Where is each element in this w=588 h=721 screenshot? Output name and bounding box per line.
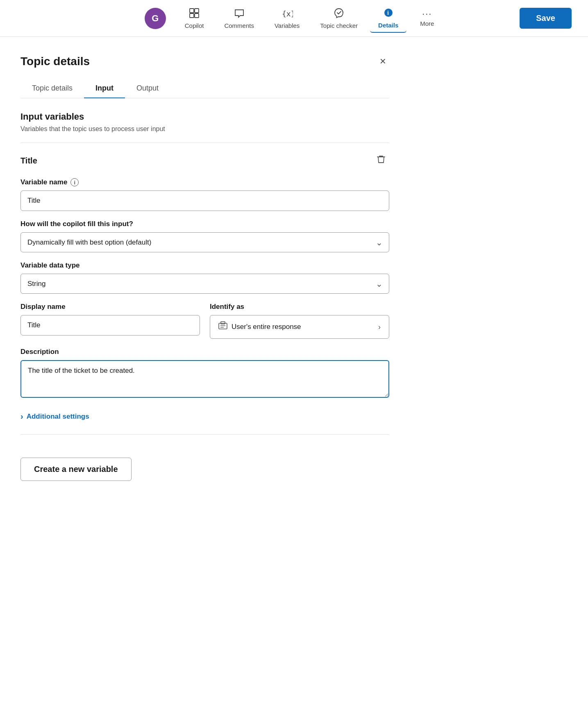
svg-text:{x}: {x} [282, 9, 293, 18]
copilot-icon [188, 7, 200, 20]
comments-label: Comments [224, 22, 254, 29]
tab-topic-details[interactable]: Topic details [20, 79, 84, 98]
variable-name-info-icon[interactable]: i [70, 178, 79, 186]
data-type-label: Variable data type [20, 261, 389, 270]
svg-rect-1 [195, 9, 199, 13]
svg-text:i: i [387, 10, 389, 16]
variable-name-group: Variable name i [20, 178, 389, 211]
details-icon: i [383, 7, 394, 20]
svg-rect-10 [221, 322, 225, 324]
nav-item-details[interactable]: i Details [370, 4, 406, 33]
description-label: Description [20, 348, 389, 356]
display-identify-row: Display name Identify as [20, 303, 389, 339]
nav-item-topic-checker[interactable]: Topic checker [312, 4, 366, 32]
svg-rect-0 [190, 9, 194, 13]
create-variable-button[interactable]: Create a new variable [20, 458, 132, 481]
identify-as-icon [218, 321, 227, 333]
display-name-col: Display name [20, 303, 200, 339]
nav-item-copilot[interactable]: Copilot [177, 4, 212, 32]
identify-as-button[interactable]: User's entire response › [210, 315, 389, 339]
more-icon: ··· [422, 9, 432, 18]
topic-checker-icon [333, 7, 345, 20]
close-button[interactable]: × [377, 53, 389, 69]
svg-rect-2 [190, 14, 194, 18]
variables-icon: {x} [282, 7, 293, 20]
svg-line-6 [338, 11, 341, 14]
copilot-label: Copilot [185, 22, 204, 29]
save-button[interactable]: Save [520, 8, 572, 29]
variable-name-label: Variable name i [20, 178, 389, 186]
fill-input-select[interactable]: Dynamically fill with best option (defau… [20, 232, 389, 252]
data-type-select-wrapper: String ⌄ [20, 274, 389, 294]
topic-checker-label: Topic checker [320, 22, 358, 29]
avatar[interactable]: G [145, 8, 166, 29]
more-label: More [420, 20, 434, 27]
description-group: Description The title of the ticket to b… [20, 348, 389, 399]
panel-header: Topic details × [20, 53, 389, 69]
comments-icon [234, 7, 245, 20]
identify-as-label: Identify as [210, 303, 389, 311]
variables-label: Variables [275, 22, 300, 29]
identify-as-col: Identify as User's entire response › [210, 303, 389, 339]
fill-input-label: How will the copilot fill this input? [20, 220, 389, 228]
details-label: Details [378, 22, 398, 29]
fill-input-group: How will the copilot fill this input? Dy… [20, 220, 389, 252]
data-type-select[interactable]: String [20, 274, 389, 294]
additional-settings-chevron: › [20, 412, 23, 421]
create-variable-label: Create a new variable [34, 465, 118, 474]
delete-variable-button[interactable] [373, 153, 389, 168]
tab-input[interactable]: Input [84, 79, 125, 98]
nav-item-more[interactable]: ··· More [411, 6, 443, 30]
tabs: Topic details Input Output [20, 79, 389, 98]
identify-as-chevron-icon: › [378, 323, 381, 331]
tab-output[interactable]: Output [125, 79, 170, 98]
section-desc: Variables that the topic uses to process… [20, 125, 389, 133]
description-input[interactable]: The title of the ticket to be created. [20, 360, 389, 398]
variable-card-header: Title [20, 153, 389, 168]
display-name-label: Display name [20, 303, 200, 311]
section-title: Input variables [20, 111, 389, 122]
bottom-divider [20, 434, 389, 435]
topic-details-panel: Topic details × Topic details Input Outp… [0, 37, 410, 497]
display-name-input[interactable] [20, 315, 200, 336]
identify-as-value: User's entire response [232, 323, 374, 331]
variable-card-title: Title [20, 156, 37, 166]
variable-name-input[interactable] [20, 190, 389, 211]
variable-card: Title Variable name i How will the copil… [20, 153, 389, 424]
nav-item-comments[interactable]: Comments [216, 4, 262, 32]
additional-settings-button[interactable]: › Additional settings [20, 408, 89, 424]
svg-rect-3 [195, 14, 199, 18]
divider-1 [20, 143, 389, 143]
data-type-group: Variable data type String ⌄ [20, 261, 389, 294]
additional-settings-label: Additional settings [27, 413, 89, 421]
nav-items: G Copilot Comments [145, 4, 444, 33]
top-nav: G Copilot Comments [0, 0, 588, 37]
nav-item-variables[interactable]: {x} Variables [266, 4, 308, 32]
fill-select-wrapper: Dynamically fill with best option (defau… [20, 232, 389, 252]
panel-title: Topic details [20, 55, 90, 68]
